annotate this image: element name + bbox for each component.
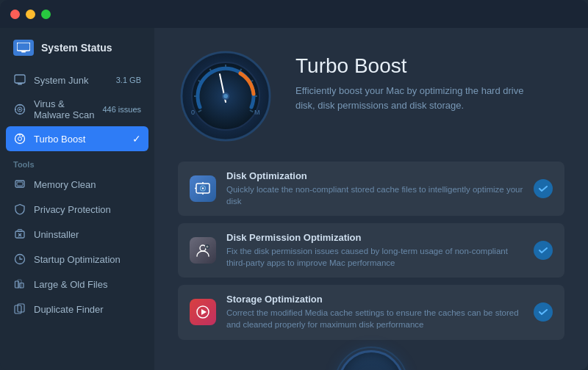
- tools-section-label: Tools: [0, 151, 154, 172]
- sidebar-title-text: System Status: [41, 42, 112, 54]
- svg-rect-20: [18, 230, 22, 232]
- svg-text:M: M: [254, 109, 260, 116]
- uninstaller-icon: [13, 228, 26, 241]
- sidebar-title-section: System Status: [0, 35, 154, 68]
- gauge-container: 0 M: [178, 48, 273, 144]
- svg-rect-2: [20, 51, 27, 51]
- sidebar-item-privacy-protection[interactable]: Privacy Protection: [0, 197, 154, 222]
- svg-point-52: [200, 245, 206, 251]
- svg-text:0: 0: [191, 109, 195, 116]
- virus-malware-badge: 446 issues: [102, 105, 141, 114]
- content-header: 0 M Turbo Boost Efficiently boost your M…: [178, 48, 564, 144]
- disk-optimization-title: Disk Optimization: [226, 170, 523, 181]
- sidebar-item-turbo-boost[interactable]: Turbo Boost ✓: [6, 126, 148, 151]
- disk-optimization-icon: [190, 175, 216, 202]
- feature-card-disk-permission: Disk Permission Optimization Fix the dis…: [178, 223, 564, 278]
- svg-point-48: [202, 187, 204, 189]
- header-info: Turbo Boost Efficiently boost your Mac b…: [295, 48, 564, 112]
- svg-rect-5: [16, 83, 24, 84]
- disk-permission-check: [534, 241, 553, 260]
- storage-optimization-icon: [190, 299, 216, 325]
- system-junk-icon: [13, 73, 26, 87]
- app-window: System Status System Junk 3.1 GB: [0, 0, 588, 370]
- svg-rect-0: [17, 43, 30, 51]
- turbo-boost-icon: [13, 132, 26, 145]
- system-junk-label: System Junk: [34, 75, 109, 86]
- maximize-button[interactable]: [41, 10, 51, 19]
- memory-clean-icon: [13, 178, 26, 191]
- svg-marker-57: [201, 309, 207, 315]
- duplicate-finder-icon: [13, 302, 26, 316]
- large-old-files-label: Large & Old Files: [34, 279, 141, 290]
- boost-button[interactable]: Boost: [338, 350, 404, 370]
- storage-optimization-desc: Correct the modified Media cache setting…: [226, 307, 523, 330]
- disk-permission-text: Disk Permission Optimization Fix the dis…: [226, 232, 523, 269]
- disk-permission-title: Disk Permission Optimization: [226, 232, 523, 243]
- svg-rect-18: [17, 182, 23, 186]
- svg-rect-1: [21, 51, 26, 53]
- disk-permission-icon: [190, 237, 216, 264]
- features-list: Disk Optimization Quickly locate the non…: [178, 162, 564, 340]
- startup-optimization-icon: [13, 253, 26, 266]
- minimize-button[interactable]: [26, 10, 35, 19]
- disk-optimization-desc: Quickly locate the non-compliant stored …: [226, 184, 523, 207]
- svg-point-12: [19, 109, 21, 110]
- disk-optimization-text: Disk Optimization Quickly locate the non…: [226, 170, 523, 207]
- sidebar-item-uninstaller[interactable]: Uninstaller: [0, 222, 154, 247]
- disk-permission-desc: Fix the disk permission issues caused by…: [226, 245, 523, 269]
- traffic-lights: [10, 10, 51, 19]
- storage-optimization-text: Storage Optimization Correct the modifie…: [226, 294, 523, 330]
- svg-rect-24: [15, 281, 19, 288]
- storage-optimization-title: Storage Optimization: [226, 294, 523, 305]
- sidebar-item-duplicate-finder[interactable]: Duplicate Finder: [0, 297, 154, 322]
- app-logo-icon: [13, 40, 34, 56]
- feature-card-storage-optimization: Storage Optimization Correct the modifie…: [178, 285, 564, 339]
- header-title: Turbo Boost: [295, 54, 564, 78]
- main-layout: System Status System Junk 3.1 GB: [0, 28, 588, 370]
- privacy-protection-label: Privacy Protection: [34, 204, 141, 215]
- sidebar-item-virus-malware[interactable]: Virus & Malware Scan 446 issues: [0, 92, 154, 126]
- duplicate-finder-label: Duplicate Finder: [34, 304, 141, 315]
- speed-gauge: 0 M: [178, 48, 273, 144]
- sidebar: System Status System Junk 3.1 GB: [0, 28, 154, 370]
- turbo-boost-label: Turbo Boost: [34, 134, 125, 145]
- boost-section: Boost: [178, 350, 564, 370]
- disk-optimization-check: [534, 179, 553, 198]
- virus-malware-icon: [13, 103, 26, 116]
- sidebar-item-system-junk[interactable]: System Junk 3.1 GB: [0, 68, 154, 92]
- sidebar-item-startup-optimization[interactable]: Startup Optimization: [0, 247, 154, 272]
- content-area: 0 M Turbo Boost Efficiently boost your M…: [154, 28, 588, 370]
- feature-card-disk-optimization: Disk Optimization Quickly locate the non…: [178, 162, 564, 216]
- storage-optimization-check: [534, 302, 553, 322]
- svg-point-43: [223, 94, 228, 98]
- system-junk-badge: 3.1 GB: [116, 76, 141, 84]
- virus-malware-label: Virus & Malware Scan: [34, 98, 95, 120]
- svg-rect-4: [18, 84, 22, 85]
- titlebar: [0, 0, 588, 28]
- startup-optimization-label: Startup Optimization: [34, 254, 141, 265]
- sidebar-item-memory-clean[interactable]: Memory Clean: [0, 172, 154, 197]
- svg-point-14: [18, 137, 22, 141]
- close-button[interactable]: [10, 10, 20, 19]
- privacy-protection-icon: [13, 203, 26, 216]
- large-old-files-icon: [13, 278, 26, 291]
- memory-clean-label: Memory Clean: [34, 179, 141, 190]
- uninstaller-label: Uninstaller: [34, 229, 141, 240]
- active-checkmark: ✓: [132, 133, 141, 145]
- header-description: Efficiently boost your Mac by optimizing…: [295, 84, 545, 112]
- svg-rect-3: [15, 75, 25, 83]
- svg-line-16: [22, 136, 24, 137]
- sidebar-item-large-old-files[interactable]: Large & Old Files: [0, 272, 154, 297]
